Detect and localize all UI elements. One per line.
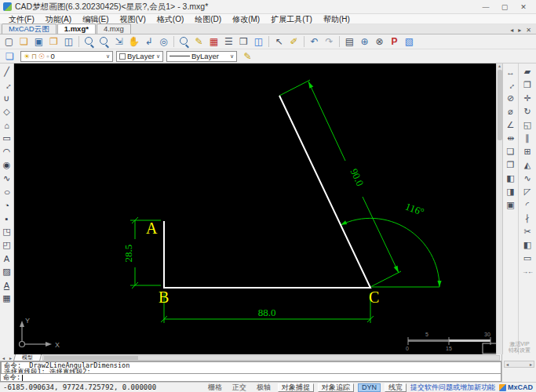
- trim-icon[interactable]: ✂: [520, 225, 535, 238]
- draw-text-icon[interactable]: A: [1, 252, 13, 265]
- linetype-select[interactable]: ByLayer ∨: [166, 51, 237, 62]
- draw-ellipse-icon[interactable]: ○: [0, 185, 15, 198]
- color-select[interactable]: ByLayer ∨: [116, 51, 163, 62]
- dim-quick-icon[interactable]: ⇹: [503, 132, 518, 145]
- find-icon[interactable]: [177, 35, 191, 49]
- mirror-icon[interactable]: ◭: [520, 158, 535, 172]
- blue-tool-1-icon[interactable]: ❏: [503, 145, 518, 158]
- insert-block-icon[interactable]: ◰: [1, 238, 13, 252]
- status-grid-button[interactable]: 栅格: [205, 383, 225, 392]
- break-icon[interactable]: ∤: [520, 212, 535, 225]
- offset-icon[interactable]: ∥: [520, 132, 535, 145]
- save-button[interactable]: ▣: [31, 35, 46, 49]
- array-icon[interactable]: ⊞: [520, 145, 535, 158]
- rotate-icon[interactable]: ↻: [520, 105, 535, 118]
- menu-modify[interactable]: 修改(M): [227, 14, 265, 24]
- make-block-icon[interactable]: ◳: [1, 225, 13, 238]
- blue-tool-4-icon[interactable]: ◨: [503, 185, 518, 198]
- redo-button[interactable]: ↷: [322, 35, 337, 49]
- save-as-button[interactable]: ◫: [61, 35, 76, 49]
- menu-function[interactable]: 功能(A): [40, 14, 77, 24]
- zoom-extents-icon[interactable]: ⇲: [111, 35, 126, 49]
- print-button[interactable]: ▤: [342, 35, 357, 49]
- dim-diameter-icon[interactable]: ⌀: [503, 105, 518, 118]
- canvas-vertical-scrollbar[interactable]: ▲: [496, 64, 502, 354]
- layers-stack-icon[interactable]: ❏: [2, 49, 17, 63]
- scale-icon[interactable]: ◱: [520, 118, 535, 132]
- menu-file[interactable]: 文件(F): [3, 14, 40, 24]
- zoom-previous-icon[interactable]: ↲: [141, 35, 156, 49]
- insert-raster-image-icon[interactable]: ▨: [1, 265, 13, 278]
- horizontal-scrollbar[interactable]: [42, 355, 500, 361]
- status-dyn-button[interactable]: DYN: [358, 383, 381, 392]
- layer-select[interactable]: ☀ ⊓ ☉ ▫ 0 ∨: [20, 51, 113, 62]
- zoom-window-icon[interactable]: [82, 35, 97, 49]
- select-tool-icon[interactable]: ↖: [272, 35, 286, 49]
- blue-tool-5-icon[interactable]: ▣: [503, 198, 518, 212]
- draw-order-pencil-icon[interactable]: ✎: [240, 49, 255, 63]
- draw-circle-icon[interactable]: ◉: [1, 158, 13, 172]
- tab-scroll-right-icon[interactable]: ▸: [516, 27, 523, 34]
- status-osnap-button[interactable]: 对象捕捉: [278, 383, 314, 392]
- layer-manager-icon[interactable]: ❒: [236, 35, 251, 49]
- draw-mtext-icon[interactable]: A: [1, 278, 13, 292]
- maximize-button[interactable]: ▢: [495, 1, 514, 13]
- draw-closed-pline-icon[interactable]: ⌂: [1, 118, 13, 132]
- blue-tool-3-icon[interactable]: ◧: [503, 172, 518, 185]
- publish-web-alt-icon[interactable]: ⊗: [372, 35, 387, 49]
- menu-help[interactable]: 帮助(H): [318, 14, 356, 24]
- panel-horizontal-scrollbar[interactable]: ◂ ▸: [504, 361, 534, 368]
- tab-close-icon[interactable]: ✕: [523, 27, 534, 34]
- tab-doc-4[interactable]: 4.mxg: [97, 24, 131, 34]
- menu-edit[interactable]: 编辑(E): [77, 14, 114, 24]
- draw-rectangle-icon[interactable]: ▭: [1, 132, 13, 145]
- tab-scroll-left-icon[interactable]: ◂: [508, 27, 516, 34]
- properties-panel-icon[interactable]: ◫: [251, 35, 266, 49]
- draw-point-icon[interactable]: ▪: [1, 212, 13, 225]
- chamfer-icon[interactable]: ◸: [520, 185, 535, 198]
- new-file-button[interactable]: ▢: [2, 35, 16, 49]
- menu-format[interactable]: 格式(O): [151, 14, 189, 24]
- menu-ext-tools[interactable]: 扩展工具(T): [265, 14, 318, 24]
- tab-doc-1[interactable]: 1.mxg*: [57, 24, 96, 34]
- dim-angular-icon[interactable]: ∠: [503, 118, 518, 132]
- draw-hatch-icon[interactable]: ▦: [1, 292, 13, 305]
- fillet-icon[interactable]: ◜: [520, 198, 535, 212]
- explode-icon[interactable]: ◧: [520, 238, 535, 252]
- undo-button[interactable]: ↶: [307, 35, 322, 49]
- join-icon[interactable]: →←: [520, 265, 535, 278]
- tab-mxcad-cloud[interactable]: MxCAD云图: [2, 24, 57, 34]
- draw-polygon-icon[interactable]: ◇: [1, 105, 13, 118]
- status-lineweight-button[interactable]: 线宽: [385, 383, 407, 392]
- linetype-manager-icon[interactable]: ☰: [221, 35, 236, 49]
- blue-tool-2-icon[interactable]: ❐: [503, 158, 518, 172]
- move-icon[interactable]: ✛: [520, 92, 535, 105]
- minimize-button[interactable]: —: [476, 1, 495, 13]
- layout-prev-icon[interactable]: ◂: [0, 355, 7, 361]
- draw-ellipse-arc-icon[interactable]: ◔: [1, 198, 13, 212]
- menu-view[interactable]: 视图(V): [114, 14, 151, 24]
- menu-draw[interactable]: 绘图(D): [189, 14, 227, 24]
- model-tab[interactable]: 模型: [13, 354, 42, 361]
- draw-pencil-icon[interactable]: ✎: [191, 35, 206, 49]
- revision-rect-icon[interactable]: ▭: [520, 252, 535, 265]
- vip-note-line-1[interactable]: 激活VIP: [503, 341, 536, 347]
- command-input[interactable]: 命令:: [0, 374, 501, 382]
- panel-scroll-left-icon[interactable]: ◂: [506, 361, 509, 367]
- draw-spline-icon[interactable]: ∿: [1, 172, 13, 185]
- color-palette-icon[interactable]: ▦: [206, 35, 221, 49]
- erase-icon[interactable]: ▰: [520, 65, 535, 78]
- export-pdf-icon[interactable]: P: [387, 35, 402, 49]
- scroll-up-icon[interactable]: ▲: [497, 64, 502, 69]
- command-history[interactable]: 命令: _Draw2LineAngularDimension 选择直线段1: 选…: [0, 361, 501, 374]
- close-button[interactable]: ✕: [514, 1, 533, 13]
- copy-icon[interactable]: ❐: [520, 78, 535, 92]
- open-folder-button[interactable]: ❐: [46, 35, 61, 49]
- zoom-dynamic-icon[interactable]: [97, 35, 111, 49]
- feedback-link[interactable]: 提交软件问题或增加新功能: [410, 383, 495, 392]
- pan-icon[interactable]: ✋: [126, 35, 141, 49]
- spline-edit-icon[interactable]: ∿: [520, 172, 535, 185]
- drawing-canvas[interactable]: 28.5 88.0 90.0 116° A B C: [14, 64, 496, 354]
- status-ortho-button[interactable]: 正交: [229, 383, 250, 392]
- insert-image-icon[interactable]: ▧: [402, 35, 417, 49]
